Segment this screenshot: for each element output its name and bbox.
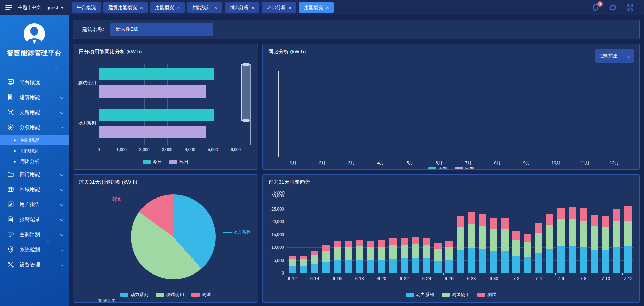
tab-close-icon[interactable]: × [252,5,255,10]
bar-6-27 [455,196,466,273]
datazoom-selection[interactable] [242,64,250,121]
sidebar-subitem-label: 用能概况 [20,137,39,143]
datazoom-slider[interactable] [241,64,251,145]
tab-同比分析[interactable]: 同比分析× [225,2,259,13]
legend-item-同期[interactable]: 同期 [455,166,474,170]
refresh-icon[interactable] [608,3,617,12]
x-tick-label: 4月 [366,160,395,166]
pie-circle [131,194,216,279]
bar-segment-测试使用 [512,240,520,256]
bar-segment-测试使用 [546,225,553,249]
notification-bell-icon[interactable]: 0 [591,3,599,12]
sidebar-item-部门用能[interactable]: 部门用能 [0,167,69,182]
legend-item-动力系列[interactable]: 动力系列 [120,292,148,298]
x-axis-tick [396,157,396,159]
bar-6-23 [410,196,421,273]
panel-title: 过去31天用能趋势 [268,179,634,186]
legend-item-昨日[interactable]: 昨日 [169,159,188,165]
sidebar-item-建筑用能[interactable]: 建筑用能 [0,90,69,105]
tab-close-icon[interactable]: × [140,5,143,10]
datazoom-handle-top[interactable] [243,63,249,66]
legend-label: 测试使用 [452,292,470,298]
bar-segment-测试 [389,238,397,245]
x-axis-labels: 6-126-146-166-186-206-226-246-266-286-30… [287,273,634,281]
legend-item-测试使用[interactable]: 测试使用 [156,292,184,298]
bar-segment-测试 [289,256,296,260]
bar-segment-测试 [345,241,352,247]
building-name-label: 建筑名称: [82,26,104,33]
legend-item-测试使用[interactable]: 测试使用 [442,292,470,298]
bar-segment-测试使用 [401,245,408,258]
tab-close-icon[interactable]: × [214,5,217,10]
bar-segment-动力系列 [322,262,330,273]
legend-label: 同期 [465,166,474,170]
hamburger-icon[interactable] [5,4,12,11]
bar-segment-测试使用 [580,221,587,247]
tab-close-icon[interactable]: × [177,5,180,10]
system-check-icon [7,246,14,253]
sidebar-item-label: 设备管理 [20,262,40,268]
legend-item-动力系列[interactable]: 动力系列 [406,292,434,298]
bar-segment-动力系列 [423,258,430,273]
category-dropdown[interactable]: 照明插座 [595,49,634,63]
sidebar-subitem-同比分析[interactable]: 同比分析 [0,156,69,167]
bar-6-15 [320,196,332,273]
tab-环比分析[interactable]: 环比分析× [262,2,296,13]
legend-item-本期[interactable]: 本期 [428,166,447,170]
x-tick-label: 6-20 [377,276,386,281]
datazoom-handle-bottom[interactable] [243,119,249,122]
bar-7-8 [578,196,589,273]
tab-用能概况[interactable]: 用能概况× [150,2,185,13]
bar-6-30 [488,196,499,273]
bar-6-21 [387,196,399,273]
avatar[interactable] [24,23,45,44]
panel-pie-31days: 过去31天用能饼图 (kW·h) 动力系列测试使用测试 动力系列测试使用测试 [73,174,258,303]
y-axis-tick [96,145,99,145]
sidebar-subitem-用能统计[interactable]: 用能统计 [0,145,69,156]
bar-segment-测试 [512,231,520,240]
tab-建筑用能概况[interactable]: 建筑用能概况× [103,2,148,13]
sidebar-item-平台概况[interactable]: 平台概况 [0,75,69,90]
sidebar-item-报警记录[interactable]: 报警记录 [0,212,69,227]
legend-swatch [120,293,128,297]
sidebar-item-空调监测[interactable]: 空调监测 [0,227,69,242]
tab-close-icon[interactable]: × [289,5,292,10]
building-select[interactable]: 新大楼E栋 [110,23,213,36]
chevron-down-icon [627,54,630,58]
bar-segment-测试 [367,241,374,247]
chevron-down-icon [205,28,208,31]
bar-segment-动力系列 [289,266,296,273]
empty-line-chart [278,71,629,157]
stacked-bar-chart: 05,00010,00015,00020,00025,00030,000 [268,196,634,273]
tab-用能概况[interactable]: 用能概况× [299,2,334,13]
tab-bar: 平台概况建筑用能概况×用能概况×用能统计×同比分析×环比分析×用能概况× [69,2,586,13]
sidebar-item-系统检测[interactable]: 系统检测 [0,242,69,257]
tab-label: 用能统计 [192,4,211,11]
chevron-down-icon [60,188,64,191]
category-label: 动力系列 [78,120,96,126]
fullscreen-icon[interactable] [626,3,634,12]
sidebar-item-分项用能[interactable]: 分项用能 [0,120,69,135]
bar-segment-动力系列 [602,250,609,273]
user-name: guest [46,5,58,10]
sidebar-item-设备管理[interactable]: 设备管理 [0,257,69,272]
theme-language-switch[interactable]: 主题 | 中文 [18,4,41,11]
sidebar-item-支路用能[interactable]: 支路用能 [0,105,69,120]
tab-close-icon[interactable]: × [326,5,329,10]
legend-item-今日[interactable]: 今日 [143,159,162,165]
x-axis-tick [600,157,600,159]
legend-label: 今日 [153,159,162,165]
legend-item-测试[interactable]: 测试 [477,292,496,298]
tab-用能统计[interactable]: 用能统计× [187,2,222,13]
bar-segment-动力系列 [334,260,341,273]
sidebar-item-区域用能[interactable]: 区域用能 [0,182,69,197]
panel-trend-31days: 过去31天用能趋势 kW·h 05,00010,00015,00020,0002… [262,174,640,303]
sidebar-subitem-用能概况[interactable]: 用能概况 [0,135,69,145]
user-menu[interactable]: guest [46,5,64,10]
sidebar-item-用户报告[interactable]: 用户报告 [0,197,69,212]
bar-7-6 [555,196,567,273]
legend-item-测试[interactable]: 测试 [191,292,211,298]
bar-segment-测试 [445,241,453,247]
tab-平台概况[interactable]: 平台概况 [72,2,101,13]
pie-label-测试: 测试 [112,196,131,203]
